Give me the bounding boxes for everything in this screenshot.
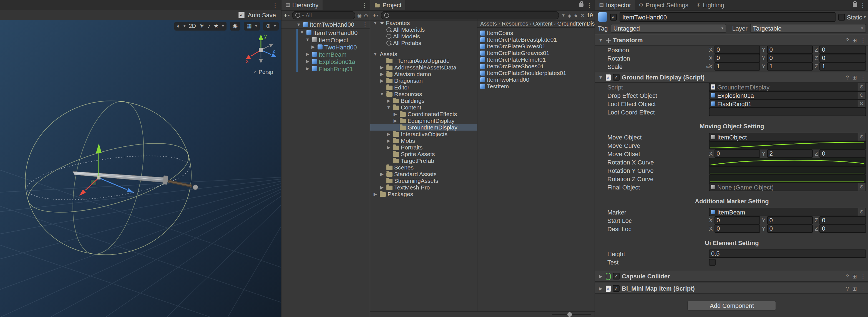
object-picker-icon[interactable]: ⊙ — [858, 92, 865, 99]
expander-icon[interactable]: ▶ — [386, 132, 392, 137]
shading-dropdown-icon[interactable]: ▾ — [184, 22, 185, 31]
static-dropdown-icon[interactable]: ▾ — [864, 15, 866, 19]
tab-project[interactable]: Project — [370, 0, 406, 10]
inspector-menu-icon[interactable]: ⋮ — [860, 1, 866, 9]
scene-effects-icon[interactable]: ★ — [214, 22, 219, 31]
favorite-item[interactable]: All Materials — [370, 26, 477, 33]
expander-icon[interactable]: ▶ — [379, 171, 385, 176]
dest-loc-x-field[interactable]: 0 — [714, 225, 760, 233]
move-curve-field[interactable] — [709, 141, 866, 149]
expander-icon[interactable]: ▶ — [386, 145, 392, 150]
tree-folder[interactable]: Editor — [370, 84, 477, 91]
transform-component-header[interactable]: ▼ Transform ? ⊞ ⋮ — [595, 34, 868, 46]
tab-inspector[interactable]: ▤ Inspector — [595, 0, 635, 10]
hierarchy-search-input[interactable] — [306, 12, 352, 18]
inspector-lock-icon[interactable] — [852, 3, 857, 7]
gameobject-name-input[interactable] — [620, 12, 836, 22]
preset-icon[interactable]: ⊞ — [852, 273, 857, 279]
grid-dropdown-icon[interactable]: ▾ — [255, 22, 257, 31]
expander-icon[interactable]: ▶ — [379, 185, 385, 190]
scene-lighting-icon[interactable]: ☀ — [199, 22, 204, 31]
component-menu-icon[interactable]: ⋮ — [860, 37, 866, 43]
favorite-item[interactable]: All Models — [370, 33, 477, 39]
move-object-field[interactable]: ItemObject ⊙ — [709, 133, 866, 141]
component-menu-icon[interactable]: ⋮ — [860, 273, 866, 279]
auto-save-checkbox[interactable]: ✓ — [238, 12, 245, 18]
hierarchy-item[interactable]: ▶ FlashRing01 — [281, 65, 370, 72]
orientation-gizmo[interactable]: y x z — [245, 32, 276, 65]
gizmos-toggle-icon[interactable]: ⊕ — [266, 22, 271, 31]
tree-folder[interactable]: ▶ Standard Assets — [370, 171, 477, 177]
scale-z-field[interactable]: 1 — [820, 62, 866, 70]
hierarchy-prefab-root[interactable]: ▼ ItemTwoHand00 ⋮ — [281, 21, 370, 29]
project-create-button[interactable]: + ▾ — [373, 12, 379, 19]
object-picker-icon[interactable]: ⊙ — [858, 133, 865, 141]
marker-object-field[interactable]: ItemBeam ⊙ — [709, 208, 866, 216]
breadcrumb-item[interactable]: Resources — [502, 20, 528, 26]
expander-icon[interactable]: ▼ — [305, 37, 310, 42]
rotation-z-field[interactable]: 0 — [820, 54, 866, 62]
object-picker-icon[interactable]: ⊙ — [858, 208, 865, 215]
scale-x-field[interactable]: 1 — [714, 62, 760, 70]
tree-folder-selected[interactable]: GroundItemDisplay — [370, 124, 477, 131]
tree-folder[interactable]: Sprite Assets — [370, 151, 477, 157]
expander-icon[interactable]: ▶ — [373, 192, 378, 196]
expander-icon[interactable]: ▼ — [598, 75, 603, 80]
help-icon[interactable]: ? — [846, 273, 849, 279]
dest-loc-y-field[interactable]: 0 — [767, 225, 813, 233]
favorite-item[interactable]: All Prefabs — [370, 39, 477, 46]
thumbnail-zoom-slider[interactable] — [552, 314, 591, 315]
component-enabled-checkbox[interactable]: ✓ — [613, 74, 620, 81]
tree-folder[interactable]: ▼ Content — [370, 104, 477, 111]
rotation-x-field[interactable]: 0 — [714, 54, 760, 62]
minimap-item-header[interactable]: ▶ # ✓ Bl_Mini Map Item (Script) ? ⊞ ⋮ — [595, 283, 868, 294]
scene-audio-icon[interactable]: ♪ — [208, 22, 210, 31]
add-component-button[interactable]: Add Component — [688, 300, 776, 311]
ground-item-display-header[interactable]: ▼ # ✓ Ground Item Display (Script) ? ⊞ ⋮ — [595, 72, 868, 83]
asset-item[interactable]: ItemOrcPlateGreaves01 — [477, 50, 595, 56]
packages-root[interactable]: ▶ Packages — [370, 191, 477, 197]
object-picker-icon[interactable]: ⊙ — [858, 183, 865, 191]
prefab-root-menu-icon[interactable]: ⋮ — [362, 21, 368, 28]
expander-icon[interactable]: ▼ — [379, 91, 385, 96]
tree-folder[interactable]: ▶ CoordinatedEffects — [370, 111, 477, 117]
shading-mode-icon[interactable]: ◐ — [177, 22, 180, 31]
tree-folder[interactable]: ▶ AddressableAssetsData — [370, 64, 477, 70]
assets-root[interactable]: ▼ Assets — [370, 51, 477, 57]
hierarchy-item[interactable]: ▼ ItemTwoHand00 — [281, 29, 370, 36]
test-checkbox[interactable] — [709, 259, 716, 265]
scene-menu-icon[interactable]: ⋮ — [272, 1, 278, 9]
hidden-count-icon[interactable]: ⊘ — [581, 12, 585, 18]
hierarchy-search[interactable]: ▾ — [292, 11, 355, 20]
grid-visibility-icon[interactable]: ▦ — [247, 22, 252, 31]
scene-visibility-icon[interactable]: ◉ — [233, 22, 238, 31]
rotation-x-curve-field[interactable] — [709, 158, 866, 166]
expander-icon[interactable]: ▶ — [379, 78, 385, 83]
dest-loc-z-field[interactable]: 0 — [820, 225, 866, 233]
rotation-y-curve-field[interactable] — [709, 166, 866, 174]
effects-dropdown-icon[interactable]: ▾ — [222, 22, 224, 31]
tree-folder[interactable]: ▶ Portraits — [370, 144, 477, 151]
breadcrumb-item[interactable]: Assets — [480, 20, 497, 26]
expander-icon[interactable]: ▼ — [373, 51, 378, 56]
tree-folder[interactable]: _TerrainAutoUpgrade — [370, 57, 477, 64]
move-offset-x-field[interactable]: 0 — [714, 149, 760, 158]
drop-effect-object-field[interactable]: Explosion01a ⊙ — [709, 91, 866, 99]
expander-icon[interactable]: ▶ — [598, 273, 603, 279]
asset-item[interactable]: ItemOrcPlateGloves01 — [477, 43, 595, 50]
help-icon[interactable]: ? — [846, 74, 849, 80]
tab-project-settings[interactable]: ⚙ Project Settings — [635, 0, 692, 10]
hierarchy-create-button[interactable]: + ▾ — [284, 12, 290, 19]
expander-icon[interactable]: ▶ — [393, 118, 398, 123]
gizmos-dropdown-icon[interactable]: ▾ — [274, 22, 276, 31]
help-icon[interactable]: ? — [846, 37, 849, 43]
hierarchy-item[interactable]: ▶ ItemBeam — [281, 51, 370, 58]
hierarchy-item[interactable]: ▶ Explosion01a — [281, 58, 370, 65]
search-by-label-icon[interactable]: ◈ — [568, 12, 571, 18]
hierarchy-menu-icon[interactable]: ⋮ — [362, 1, 368, 9]
tree-folder[interactable]: ▶ Buildings — [370, 97, 477, 104]
scene-viewport[interactable]: ◐ ▾ 2D ☀ ♪ ★ ▾ ◉ ▦ ▾ ⊕ ▾ — [0, 20, 281, 317]
expander-icon[interactable]: ▶ — [305, 66, 310, 71]
script-object-field[interactable]: # GroundItemDisplay ⊙ — [709, 83, 866, 91]
tree-folder[interactable]: ▶ TextMesh Pro — [370, 184, 477, 191]
